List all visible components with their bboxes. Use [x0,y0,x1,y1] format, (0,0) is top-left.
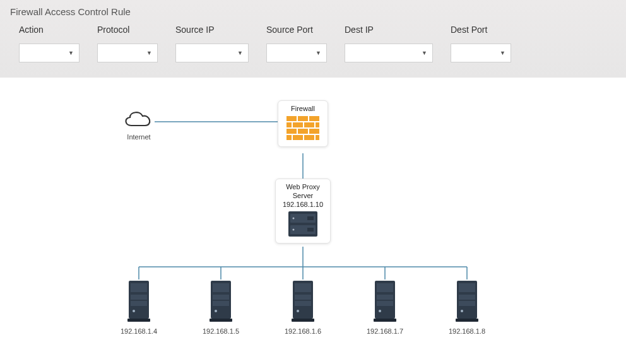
svg-rect-16 [316,122,319,127]
tower-icon [125,279,153,324]
host-ip-2: 192.168.1.5 [189,327,252,335]
rule-fields: Action ▼ Protocol ▼ Source IP ▼ Source P… [10,25,616,62]
label-dest-port: Dest Port [451,25,511,35]
dropdown-source-ip[interactable]: ▼ [175,44,249,62]
svg-point-27 [293,218,295,220]
svg-rect-28 [307,216,314,220]
field-protocol: Protocol ▼ [97,25,158,62]
field-source-port: Source Port ▼ [266,25,327,62]
proxy-label-line1: Web Proxy [286,183,320,191]
caret-icon: ▼ [500,50,505,56]
internet-node [120,108,155,131]
label-action: Action [19,25,80,35]
dropdown-source-port[interactable]: ▼ [266,44,327,62]
host-ip-4: 192.168.1.7 [353,327,416,335]
field-dest-port: Dest Port ▼ [451,25,511,62]
label-source-ip: Source IP [175,25,249,35]
proxy-node: Web Proxy Server 192.168.1.10 [275,179,331,244]
svg-rect-18 [298,129,308,134]
host-node-5 [453,279,481,324]
svg-rect-15 [304,122,314,127]
svg-rect-11 [298,116,308,121]
caret-icon: ▼ [146,50,152,56]
rule-panel: Firewall Access Control Rule Action ▼ Pr… [0,0,626,78]
svg-rect-10 [286,116,297,121]
field-source-ip: Source IP ▼ [175,25,249,62]
dropdown-dest-ip[interactable]: ▼ [345,44,433,62]
network-diagram: Internet Firewall Web Proxy Server 192.1… [0,78,626,349]
host-ip-3: 192.168.1.6 [271,327,334,335]
caret-icon: ▼ [68,50,74,56]
svg-rect-12 [309,116,319,121]
label-source-port: Source Port [266,25,327,35]
host-node-2 [207,279,235,324]
internet-label: Internet [107,133,170,141]
rack-server-icon [288,211,317,237]
tower-icon [207,279,235,324]
firewall-icon [286,116,319,140]
svg-rect-17 [286,129,297,134]
caret-icon: ▼ [237,50,243,56]
cloud-icon [120,108,155,131]
label-protocol: Protocol [97,25,158,35]
panel-title: Firewall Access Control Rule [10,6,616,17]
svg-rect-19 [309,129,319,134]
firewall-label: Firewall [291,105,315,114]
host-ip-1: 192.168.1.4 [107,327,170,335]
host-node-1 [125,279,153,324]
svg-rect-20 [286,135,292,140]
proxy-ip: 192.168.1.10 [283,201,323,208]
host-node-3 [289,279,317,324]
tower-icon [371,279,399,324]
svg-rect-14 [293,122,303,127]
svg-rect-22 [304,135,314,140]
caret-icon: ▼ [316,50,321,56]
svg-point-29 [293,229,295,231]
field-dest-ip: Dest IP ▼ [345,25,433,62]
field-action: Action ▼ [19,25,80,62]
proxy-label: Web Proxy Server 192.168.1.10 [283,183,323,209]
svg-rect-21 [293,135,303,140]
dropdown-action[interactable]: ▼ [19,44,80,62]
svg-rect-13 [286,122,292,127]
host-node-4 [371,279,399,324]
caret-icon: ▼ [422,50,427,56]
dropdown-dest-port[interactable]: ▼ [451,44,511,62]
dropdown-protocol[interactable]: ▼ [97,44,158,62]
tower-icon [453,279,481,324]
svg-rect-30 [307,228,314,232]
host-ip-5: 192.168.1.8 [435,327,499,335]
firewall-node: Firewall [278,100,328,147]
label-dest-ip: Dest IP [345,25,433,35]
tower-icon [289,279,317,324]
proxy-label-line2: Server [293,192,313,199]
svg-rect-23 [316,135,319,140]
